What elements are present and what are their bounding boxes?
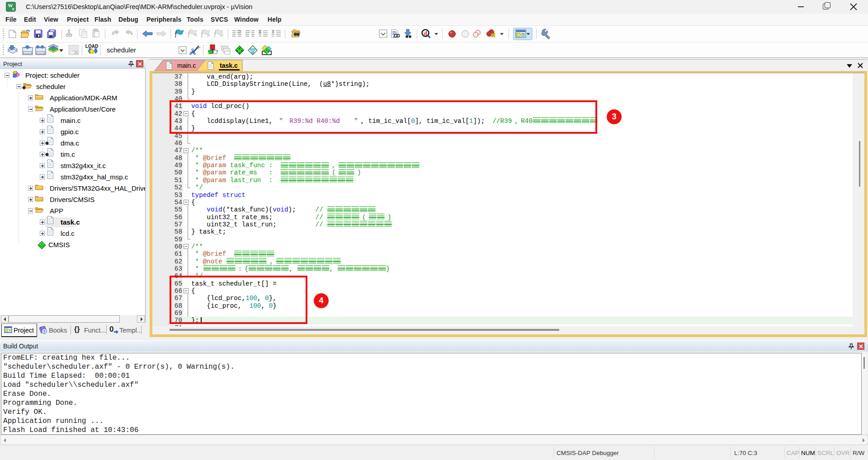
svg-text:scheduler: scheduler — [107, 46, 136, 54]
svg-text:?: ? — [43, 329, 46, 334]
svg-text:main.c: main.c — [177, 62, 196, 69]
svg-text:d: d — [424, 30, 427, 37]
svg-text:task.c: task.c — [220, 62, 238, 69]
svg-text:5: 5 — [12, 7, 14, 11]
